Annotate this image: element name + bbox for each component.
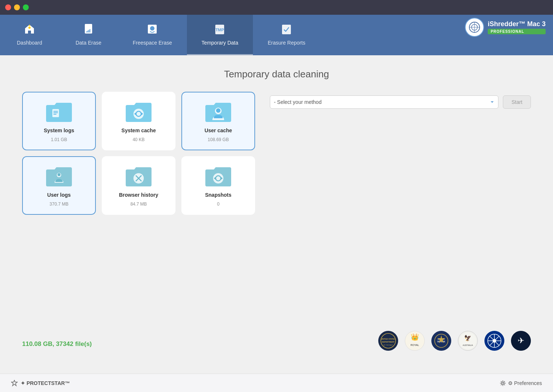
user-logs-icon — [44, 164, 74, 188]
svg-point-24 — [216, 108, 220, 113]
snapshots-icon — [204, 164, 233, 188]
folder-system-cache[interactable]: System cache 40 KB — [102, 92, 175, 150]
svg-text:OF THE NAVY: OF THE NAVY — [383, 344, 393, 346]
tab-erasure-reports[interactable]: Erasure Reports — [253, 15, 320, 55]
folder-grid: System logs 1.01 GB System cache 40 KB — [22, 92, 255, 215]
user-cache-name: User cache — [205, 127, 232, 133]
svg-text:TMP: TMP — [216, 28, 224, 32]
user-cache-size: 108.69 GB — [208, 137, 229, 142]
svg-text:AUSTRALIA: AUSTRALIA — [463, 344, 473, 346]
app-header: iShredder™ Mac 3 PROFESSIONAL Dashboard — [0, 15, 553, 55]
svg-text:👑: 👑 — [411, 333, 419, 341]
summary-text: 110.08 GB, 37342 file(s) — [22, 340, 92, 348]
svg-rect-9 — [88, 30, 89, 32]
footer: ✦ PROTECTSTAR™ ⚙ Preferences — [0, 374, 553, 392]
data-erase-icon — [83, 23, 94, 37]
right-panel: - Select your method DoD 5220.22-M (3 pa… — [270, 92, 531, 215]
snapshots-size: 0 — [217, 202, 220, 207]
svg-text:DEPARTMENT: DEPARTMENT — [382, 341, 394, 343]
system-logs-icon — [44, 100, 74, 124]
preferences-button[interactable]: ⚙ Preferences — [500, 380, 542, 386]
method-row: - Select your method DoD 5220.22-M (3 pa… — [270, 95, 531, 109]
footer-brand: ✦ PROTECTSTAR™ — [11, 380, 70, 386]
system-logs-size: 1.01 GB — [51, 137, 67, 142]
tab-freespace-erase[interactable]: Freespace Erase — [118, 15, 187, 55]
protectstar-icon — [11, 380, 18, 386]
maximize-button[interactable] — [23, 4, 29, 10]
logo-icon — [465, 18, 484, 37]
svg-text:ROYAL: ROYAL — [410, 344, 419, 346]
app-title: iShredder™ Mac 3 — [488, 20, 546, 28]
dashboard-icon — [24, 23, 35, 37]
cert-dod: DEPT OF DEFENSE — [431, 331, 451, 351]
user-logs-size: 370.7 MB — [49, 202, 68, 207]
temporary-data-icon: TMP — [215, 23, 225, 37]
tab-data-erase[interactable]: Data Erase — [59, 15, 118, 55]
minimize-button[interactable] — [14, 4, 20, 10]
snapshots-name: Snapshots — [205, 192, 232, 198]
svg-marker-58 — [11, 380, 17, 386]
main-content: Temporary data cleaning System logs 1.01… — [0, 55, 553, 374]
folder-system-logs[interactable]: System logs 1.01 GB — [22, 92, 96, 150]
start-button[interactable]: Start — [503, 95, 531, 109]
traffic-lights — [5, 4, 29, 10]
browser-history-size: 84.7 MB — [131, 202, 147, 207]
cert-airforce: ✈ — [511, 331, 531, 351]
svg-point-55 — [493, 339, 496, 343]
tab-temporary-data[interactable]: TMP Temporary Data — [187, 15, 253, 55]
system-logs-name: System logs — [44, 127, 74, 133]
method-select[interactable]: - Select your method DoD 5220.22-M (3 pa… — [270, 95, 498, 109]
svg-point-59 — [502, 382, 504, 384]
cert-navy: UNITED STATES DEPARTMENT OF THE NAVY — [378, 331, 398, 351]
user-logs-name: User logs — [47, 192, 71, 198]
tab-dashboard-label: Dashboard — [17, 40, 42, 46]
svg-text:🦅: 🦅 — [464, 335, 472, 342]
tab-erasure-reports-label: Erasure Reports — [268, 40, 305, 46]
system-cache-name: System cache — [121, 127, 156, 133]
cert-nato — [484, 331, 504, 351]
logo-text-block: iShredder™ Mac 3 PROFESSIONAL — [488, 20, 546, 34]
svg-point-26 — [58, 173, 60, 176]
folder-snapshots[interactable]: Snapshots 0 — [181, 156, 255, 215]
app-badge: PROFESSIONAL — [488, 29, 546, 34]
svg-text:UNITED STATES: UNITED STATES — [381, 338, 396, 340]
svg-rect-7 — [86, 31, 87, 32]
title-bar — [0, 0, 553, 15]
tab-data-erase-label: Data Erase — [76, 40, 101, 46]
svg-rect-10 — [90, 29, 90, 32]
preferences-label: ⚙ Preferences — [508, 380, 542, 386]
browser-history-name: Browser history — [119, 192, 159, 198]
content-area: System logs 1.01 GB System cache 40 KB — [22, 92, 531, 215]
cert-logos: UNITED STATES DEPARTMENT OF THE NAVY 👑 R… — [378, 331, 531, 351]
freespace-erase-icon — [146, 23, 158, 37]
cert-royal: 👑 ROYAL — [405, 331, 425, 351]
system-cache-size: 40 KB — [133, 137, 145, 142]
tab-temporary-label: Temporary Data — [202, 40, 239, 46]
tab-dashboard[interactable]: Dashboard — [0, 15, 59, 55]
user-cache-icon — [204, 100, 233, 124]
erasure-reports-icon — [281, 23, 292, 37]
folder-browser-history[interactable]: Browser history 84.7 MB — [102, 156, 175, 215]
svg-point-5 — [28, 27, 31, 29]
folder-user-cache[interactable]: User cache 108.69 GB — [181, 92, 255, 150]
svg-rect-8 — [87, 31, 88, 32]
preferences-icon — [500, 380, 506, 386]
page-title: Temporary data cleaning — [22, 69, 531, 80]
svg-point-12 — [150, 26, 154, 31]
svg-rect-15 — [282, 25, 291, 34]
tab-freespace-label: Freespace Erase — [133, 40, 172, 46]
close-button[interactable] — [5, 4, 11, 10]
footer-brand-text: ✦ PROTECTSTAR™ — [21, 380, 70, 386]
folder-user-logs[interactable]: User logs 370.7 MB — [22, 156, 96, 215]
svg-text:✈: ✈ — [518, 336, 524, 345]
system-cache-icon — [124, 100, 153, 124]
cert-aus: 🦅 AUSTRALIA — [458, 331, 478, 351]
browser-history-icon — [124, 164, 153, 188]
app-logo: iShredder™ Mac 3 PROFESSIONAL — [465, 18, 546, 37]
